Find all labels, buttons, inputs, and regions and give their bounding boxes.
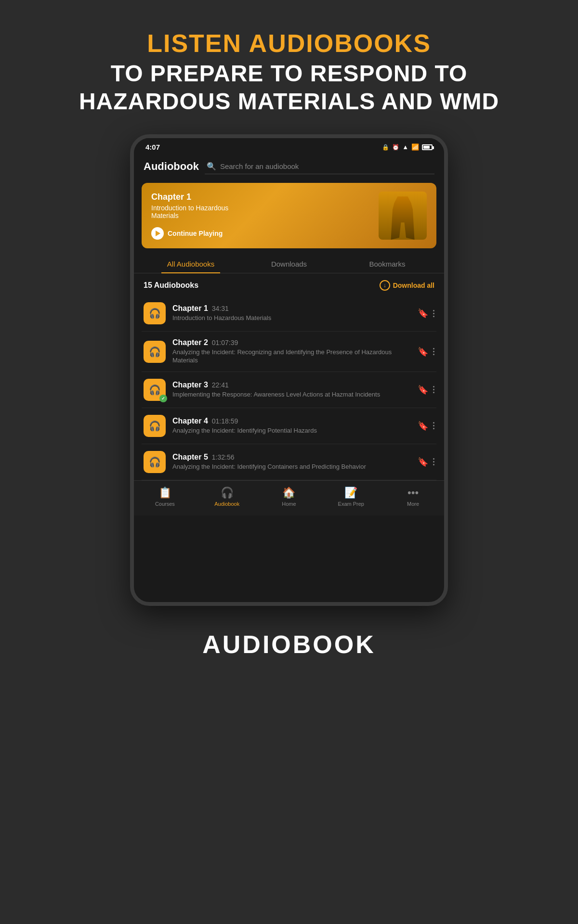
chapter-desc: Analyzing the Incident: Identifying Cont…	[172, 463, 411, 471]
nav-label-more: More	[407, 501, 419, 507]
chapter-duration: 01:07:39	[212, 339, 238, 346]
headphone-icon: 🎧	[149, 456, 161, 468]
nav-item-audiobook[interactable]: 🎧 Audiobook	[196, 485, 258, 509]
table-row[interactable]: 🎧 Chapter 1 34:31 Introduction to Hazard…	[142, 295, 436, 332]
more-options-button[interactable]	[433, 386, 434, 393]
signal-icon: 📶	[411, 143, 419, 151]
banner-left: Chapter 1 Introduction to Hazardous Mate…	[151, 192, 248, 240]
chapter-title-row: Chapter 3 22:41	[172, 381, 411, 389]
nav-label-exam-prep: Exam Prep	[338, 501, 364, 507]
nav-label-courses: Courses	[155, 501, 175, 507]
more-options-button[interactable]	[433, 458, 434, 465]
play-triangle-icon	[156, 231, 160, 236]
continue-playing-button[interactable]: Continue Playing	[151, 227, 248, 240]
chapter-duration: 34:31	[212, 305, 229, 312]
bookmark-button[interactable]: 🔖	[418, 385, 428, 395]
play-circle-icon	[151, 227, 164, 240]
more-options-button[interactable]	[433, 348, 434, 355]
status-time: 4:07	[145, 143, 160, 151]
page-header: LISTEN AUDIOBOOKS TO PREPARE TO RESPOND …	[60, 0, 518, 134]
tab-bookmarks[interactable]: Bookmarks	[338, 255, 436, 273]
more-icon: •••	[407, 487, 419, 499]
chapter-info: Chapter 1 34:31 Introduction to Hazardou…	[172, 304, 411, 322]
chapter-actions: 🔖	[418, 457, 434, 467]
page-footer: AUDIOBOOK	[183, 606, 395, 688]
header-white-subtitle: TO PREPARE TO RESPOND TO HAZARDOUS MATER…	[79, 60, 499, 115]
chapter-desc: Introduction to Hazardous Materials	[172, 314, 411, 322]
bookmark-button[interactable]: 🔖	[418, 308, 428, 319]
headphone-icon: 🎧	[149, 346, 161, 358]
download-all-label: Download all	[393, 282, 434, 289]
chapter-list: 🎧 Chapter 1 34:31 Introduction to Hazard…	[134, 295, 444, 480]
bookmark-button[interactable]: 🔖	[418, 421, 428, 431]
chapter-desc: Analyzing the Incident: Recognizing and …	[172, 348, 411, 365]
download-all-icon: ↓	[380, 280, 390, 291]
chapter-info: Chapter 3 22:41 Implementing the Respons…	[172, 381, 411, 399]
chapter-actions: 🔖	[418, 346, 434, 357]
chapter-duration: 01:18:59	[212, 417, 238, 425]
tabs-bar: All Audiobooks Downloads Bookmarks	[134, 255, 444, 273]
chapter-name: Chapter 2	[172, 338, 208, 347]
chapter-icon: 🎧	[144, 451, 166, 473]
nav-label-home: Home	[282, 501, 296, 507]
chapter-info: Chapter 2 01:07:39 Analyzing the Inciden…	[172, 338, 411, 365]
search-placeholder: Search for an audiobook	[220, 162, 299, 170]
chapter-icon: 🎧	[144, 415, 166, 437]
nav-item-courses[interactable]: 📋 Courses	[134, 485, 196, 509]
search-icon: 🔍	[207, 162, 216, 171]
wifi-icon: ▲	[402, 143, 408, 151]
nav-item-exam-prep[interactable]: 📝 Exam Prep	[320, 485, 382, 509]
more-options-button[interactable]	[433, 422, 434, 429]
chapter-info: Chapter 5 1:32:56 Analyzing the Incident…	[172, 453, 411, 471]
chapter-title-row: Chapter 4 01:18:59	[172, 417, 411, 425]
device-frame: 4:07 🔒 ⏰ ▲ 📶 Audiobook 🔍 Search for an a…	[130, 134, 448, 606]
more-options-button[interactable]	[433, 310, 434, 317]
list-header: 15 Audiobooks ↓ Download all	[134, 273, 444, 295]
headphone-icon: 🎧	[149, 384, 161, 396]
audiobooks-count: 15 Audiobooks	[144, 281, 198, 290]
chapter-icon: 🎧 ✓	[144, 379, 166, 401]
table-row[interactable]: 🎧 Chapter 4 01:18:59 Analyzing the Incid…	[142, 408, 436, 444]
table-row[interactable]: 🎧 Chapter 2 01:07:39 Analyzing the Incid…	[142, 332, 436, 372]
nav-label-audiobook: Audiobook	[214, 501, 239, 507]
completed-badge: ✓	[159, 395, 167, 402]
bookmark-button[interactable]: 🔖	[418, 346, 428, 357]
banner-firefighter-image	[379, 192, 427, 240]
exam-prep-icon: 📝	[344, 487, 357, 499]
search-bar[interactable]: 🔍 Search for an audiobook	[205, 159, 434, 174]
chapter-icon: 🎧	[144, 302, 166, 324]
tab-all-audiobooks[interactable]: All Audiobooks	[142, 255, 240, 273]
banner-chapter-desc: Introduction to Hazardous Materials	[151, 204, 248, 219]
nav-item-home[interactable]: 🏠 Home	[258, 485, 320, 509]
table-row[interactable]: 🎧 ✓ Chapter 3 22:41 Implementing the Res…	[142, 372, 436, 408]
courses-icon: 📋	[158, 487, 171, 499]
continue-label: Continue Playing	[168, 230, 223, 237]
headphone-icon: 🎧	[149, 420, 161, 432]
firefighter-silhouette	[386, 196, 420, 240]
chapter-name: Chapter 3	[172, 381, 208, 389]
home-icon: 🏠	[282, 487, 295, 499]
chapter-name: Chapter 5	[172, 453, 208, 462]
chapter-actions: 🔖	[418, 385, 434, 395]
chapter-actions: 🔖	[418, 308, 434, 319]
chapter-actions: 🔖	[418, 421, 434, 431]
table-row[interactable]: 🎧 Chapter 5 1:32:56 Analyzing the Incide…	[142, 444, 436, 480]
chapter-desc: Analyzing the Incident: Identifying Pote…	[172, 427, 411, 435]
headphone-icon: 🎧	[149, 308, 161, 319]
tab-downloads[interactable]: Downloads	[240, 255, 338, 273]
chapter-duration: 1:32:56	[212, 453, 235, 461]
status-icons: 🔒 ⏰ ▲ 📶	[382, 143, 433, 151]
download-all-button[interactable]: ↓ Download all	[380, 280, 434, 291]
footer-label: AUDIOBOOK	[202, 630, 376, 658]
top-bar: Audiobook 🔍 Search for an audiobook	[134, 154, 444, 179]
chapter-desc: Implementing the Response: Awareness Lev…	[172, 391, 411, 399]
chapter-banner[interactable]: Chapter 1 Introduction to Hazardous Mate…	[142, 183, 436, 248]
lock-icon: 🔒	[382, 144, 389, 151]
app-title: Audiobook	[144, 160, 199, 173]
bookmark-button[interactable]: 🔖	[418, 457, 428, 467]
chapter-duration: 22:41	[212, 381, 229, 389]
audiobook-nav-icon: 🎧	[221, 487, 234, 499]
nav-item-more[interactable]: ••• More	[382, 485, 444, 509]
chapter-title-row: Chapter 1 34:31	[172, 304, 411, 313]
banner-chapter-label: Chapter 1	[151, 192, 248, 202]
